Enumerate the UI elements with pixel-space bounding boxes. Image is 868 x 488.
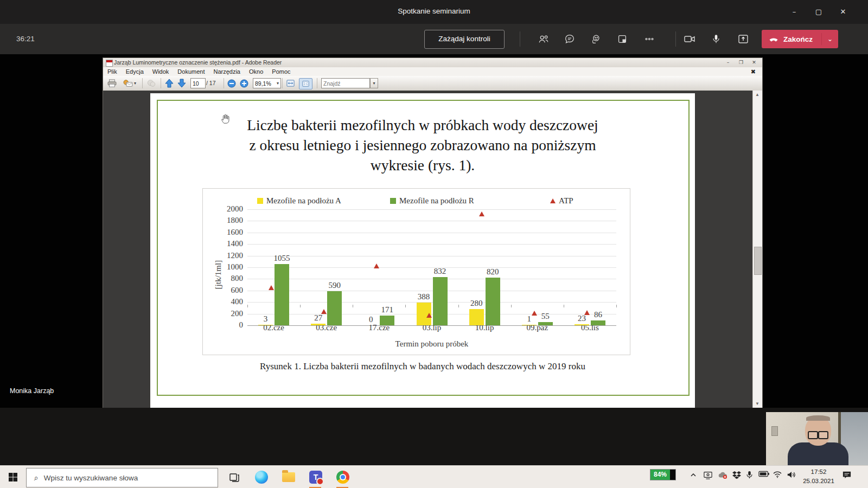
menu-plik[interactable]: Plik bbox=[103, 68, 122, 75]
scrolling-mode-button[interactable] bbox=[286, 78, 295, 88]
screen: Spotkanie seminarium – ▢ ✕ 36:21 Zażądaj… bbox=[0, 0, 868, 488]
x-axis-tick bbox=[511, 305, 512, 307]
pdf-page: Liczbę bakterii mezofilnych w próbkach w… bbox=[150, 93, 695, 408]
end-call-chevron[interactable]: ⌄ bbox=[821, 33, 838, 45]
self-video-tile[interactable] bbox=[766, 412, 868, 465]
document-close-icon[interactable]: ✖ bbox=[746, 68, 760, 75]
adobe-close-button[interactable]: ✕ bbox=[748, 59, 760, 66]
divider bbox=[675, 31, 676, 47]
reactions-icon[interactable] bbox=[588, 31, 603, 47]
window-minimize-button[interactable]: – bbox=[785, 5, 803, 18]
more-options-icon[interactable] bbox=[642, 31, 657, 47]
atp-marker bbox=[584, 310, 590, 315]
scroll-down-icon[interactable]: ▼ bbox=[755, 401, 760, 406]
category-label: 09.paź bbox=[511, 323, 563, 332]
y-axis-label: [jtk/1ml] bbox=[214, 260, 223, 289]
clock-date: 25.03.2021 bbox=[801, 477, 837, 486]
previous-page-button[interactable] bbox=[164, 78, 174, 88]
atp-marker bbox=[269, 285, 274, 290]
atp-marker bbox=[374, 264, 379, 268]
request-control-button[interactable]: Zażądaj kontroli bbox=[424, 30, 505, 49]
y-tick-label: 1400 bbox=[209, 239, 243, 248]
start-button[interactable] bbox=[5, 471, 21, 483]
action-center-icon[interactable] bbox=[842, 471, 852, 479]
y-tick-label: 1600 bbox=[209, 228, 243, 237]
bar-mezofile-r bbox=[538, 322, 553, 325]
slide-title: Liczbę bakterii mezofilnych w próbkach w… bbox=[150, 115, 695, 175]
adobe-restore-button[interactable]: ❐ bbox=[735, 59, 747, 66]
person-hair bbox=[806, 415, 830, 421]
end-call-button[interactable]: Zakończ ⌄ bbox=[762, 30, 838, 48]
zoom-in-button[interactable] bbox=[240, 78, 248, 88]
share-screen-icon[interactable] bbox=[736, 31, 751, 47]
teams-app-icon[interactable]: T bbox=[308, 470, 323, 485]
menu-edycja[interactable]: Edycja bbox=[122, 68, 148, 75]
mic-icon[interactable] bbox=[709, 31, 724, 47]
scrollbar-thumb[interactable] bbox=[754, 247, 762, 275]
wifi-icon[interactable] bbox=[773, 471, 782, 478]
tray-expand-icon[interactable] bbox=[689, 471, 698, 479]
dropbox-icon[interactable] bbox=[732, 471, 741, 479]
menu-dokument[interactable]: Dokument bbox=[173, 68, 209, 75]
breakout-rooms-icon[interactable] bbox=[615, 31, 630, 47]
menu-narzędzia[interactable]: Narzędzia bbox=[209, 68, 245, 75]
task-view-icon[interactable] bbox=[227, 470, 242, 485]
hangup-phone-icon bbox=[768, 34, 779, 44]
chrome-browser-icon[interactable] bbox=[335, 470, 350, 485]
bar-mezofile-r bbox=[433, 277, 448, 325]
pdf-canvas: Liczbę bakterii mezofilnych w próbkach w… bbox=[103, 91, 762, 408]
onedrive-sync-error-icon[interactable] bbox=[717, 471, 728, 479]
x-axis-tick bbox=[564, 305, 564, 307]
print-button[interactable] bbox=[107, 78, 117, 88]
camera-icon[interactable] bbox=[682, 31, 697, 47]
taskbar-clock[interactable]: 17:52 25.03.2021 bbox=[801, 467, 837, 486]
zoom-level-select[interactable]: 89,1%▾ bbox=[253, 78, 281, 88]
bar-value-label-r: 171 bbox=[371, 305, 404, 314]
zoom-out-button[interactable] bbox=[227, 78, 236, 88]
adobe-minimize-button[interactable]: – bbox=[722, 59, 734, 66]
x-axis-label: Termin poboru próbek bbox=[247, 339, 616, 349]
taskbar-search-input[interactable]: ⌕ Wpisz tu wyszukiwane słowa bbox=[26, 468, 218, 487]
y-tick-label: 0 bbox=[209, 320, 243, 330]
y-tick-label: 1200 bbox=[209, 251, 243, 260]
atp-marker bbox=[321, 309, 327, 314]
find-options-dropdown[interactable]: ▾ bbox=[370, 78, 378, 88]
window-restore-button[interactable]: ▢ bbox=[809, 5, 828, 18]
file-explorer-icon[interactable] bbox=[281, 470, 296, 485]
bacteria-bar-chart: Mezofile na podłożu AMezofile na podłożu… bbox=[202, 188, 630, 355]
gridline bbox=[247, 291, 616, 291]
category-label: 17.cze bbox=[353, 323, 405, 332]
bar-value-label-r: 1055 bbox=[266, 254, 298, 263]
page-number-input[interactable]: 10 bbox=[190, 78, 206, 88]
menu-okno[interactable]: Okno bbox=[245, 68, 267, 75]
meeting-title: Spotkanie seminarium bbox=[0, 7, 868, 15]
bar-value-label-r: 590 bbox=[318, 281, 351, 290]
window-close-button[interactable]: ✕ bbox=[834, 5, 852, 18]
category-label: 05.lis bbox=[564, 323, 616, 332]
legend-swatch bbox=[390, 198, 396, 204]
screenshare-stage: Jarząb Luminometryczne oznaczenie stężen… bbox=[0, 54, 868, 408]
menu-widok[interactable]: Widok bbox=[148, 68, 174, 75]
fit-page-button-active[interactable] bbox=[299, 78, 312, 89]
y-tick-label: 200 bbox=[209, 309, 243, 318]
volume-icon[interactable] bbox=[787, 471, 796, 479]
bar-mezofile-a bbox=[575, 324, 589, 325]
edge-browser-icon[interactable] bbox=[254, 470, 269, 485]
cast-display-icon[interactable] bbox=[703, 471, 713, 479]
chat-icon[interactable] bbox=[562, 31, 577, 47]
email-attach-button[interactable]: ▾ bbox=[123, 78, 136, 88]
battery-percent-widget[interactable]: 84% bbox=[650, 469, 676, 480]
next-page-button[interactable] bbox=[177, 78, 187, 88]
participants-icon[interactable] bbox=[536, 31, 551, 47]
tray-battery-icon[interactable] bbox=[758, 471, 769, 477]
x-axis-tick bbox=[405, 305, 406, 307]
menu-pomoc[interactable]: Pomoc bbox=[267, 68, 295, 75]
scroll-up-icon[interactable]: ▲ bbox=[755, 92, 760, 97]
y-tick-label: 1800 bbox=[209, 216, 243, 225]
page-count-label: / 17 bbox=[206, 80, 216, 86]
pdf-file-icon bbox=[106, 60, 113, 67]
find-input[interactable]: Znajdź bbox=[321, 78, 370, 88]
vertical-scrollbar[interactable]: ▲ ▼ bbox=[752, 91, 762, 408]
tray-mic-icon[interactable] bbox=[745, 471, 754, 479]
y-tick-label: 400 bbox=[209, 297, 243, 306]
